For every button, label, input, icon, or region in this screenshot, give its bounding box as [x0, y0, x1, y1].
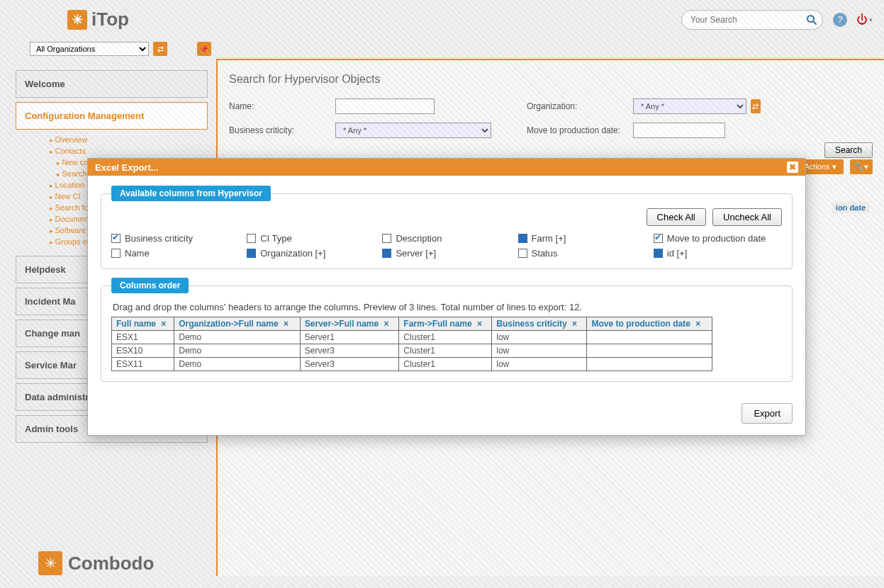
org-select[interactable]: All Organizations [30, 42, 149, 56]
column-option[interactable]: Organization [+] [247, 248, 375, 259]
column-option-label: Name [125, 248, 150, 259]
remove-column-icon[interactable]: × [384, 319, 389, 329]
top-bar: ✳ iTop ? ⏻ [0, 0, 884, 39]
name-field[interactable] [335, 98, 435, 114]
preview-table: Full name ×Organization->Full name ×Serv… [111, 317, 712, 371]
org-tree-icon[interactable]: ⇄ [153, 42, 167, 56]
prod-date-column-header: ion date [832, 202, 870, 213]
check-all-button[interactable]: Check All [647, 208, 706, 226]
footer-logo-text: Combodo [68, 553, 154, 575]
checkbox-icon[interactable] [518, 234, 527, 243]
checkbox-icon[interactable] [518, 249, 527, 258]
wrench-icon[interactable]: 🔧▾ [850, 159, 873, 174]
column-option[interactable]: Business criticity [111, 233, 240, 244]
preview-column-header[interactable]: Full name × [112, 317, 174, 331]
criticity-label: Business criticity: [229, 125, 335, 135]
preview-column-header[interactable]: Farm->Full name × [399, 317, 492, 331]
remove-column-icon[interactable]: × [477, 319, 482, 329]
table-cell: Cluster1 [399, 358, 492, 371]
table-cell: Cluster1 [399, 344, 492, 358]
logo-text: iTop [91, 9, 129, 30]
top-right: ? ⏻ [681, 10, 871, 30]
column-option[interactable]: Description [382, 233, 510, 244]
criticity-field[interactable]: * Any * [335, 123, 491, 138]
checkbox-icon[interactable] [382, 234, 391, 243]
table-cell: Server3 [300, 358, 398, 371]
footer-logo-icon: ✳ [38, 551, 62, 575]
preview-column-header[interactable]: Organization->Full name × [174, 317, 301, 331]
search-icon[interactable] [805, 13, 818, 26]
org-label: Organization: [498, 101, 633, 111]
table-cell: Server3 [300, 344, 398, 358]
logo-icon: ✳ [67, 10, 87, 30]
help-icon[interactable]: ? [833, 13, 847, 27]
prod-label: Move to production date: [498, 125, 633, 135]
column-option-label: Farm [+] [532, 233, 566, 244]
column-option[interactable]: Farm [+] [518, 233, 647, 244]
table-cell: low [492, 344, 587, 358]
sidebar-item-welcome[interactable]: Welcome [16, 70, 208, 98]
export-button[interactable]: Export [742, 403, 793, 424]
column-option[interactable]: Server [+] [382, 248, 510, 259]
table-cell [587, 331, 712, 344]
checkbox-icon[interactable] [654, 249, 663, 258]
dialog-title: Excel Export... [95, 162, 159, 173]
remove-column-icon[interactable]: × [572, 319, 577, 329]
column-option-label: Business criticity [125, 233, 193, 244]
checkbox-icon[interactable] [247, 234, 256, 243]
preview-column-header[interactable]: Server->Full name × [300, 317, 398, 331]
org-row: All Organizations ⇄ 📌 [0, 39, 884, 59]
columns-grid: Business criticityCI TypeDescriptionFarm… [111, 233, 782, 259]
uncheck-all-button[interactable]: Uncheck All [712, 208, 782, 226]
footer-logo: ✳ Combodo [38, 551, 154, 575]
preview-column-header[interactable]: Business criticity × [492, 317, 587, 331]
submenu-contacts[interactable]: Contacts [50, 145, 208, 157]
dialog-titlebar[interactable]: Excel Export... ✖ [88, 159, 805, 176]
close-icon[interactable]: ✖ [787, 162, 798, 173]
search-button[interactable]: Search [824, 142, 873, 158]
remove-column-icon[interactable]: × [161, 319, 166, 329]
column-option[interactable]: Name [111, 248, 240, 259]
checkbox-icon[interactable] [382, 249, 391, 258]
table-cell: Demo [174, 331, 301, 344]
column-option-label: Server [+] [396, 248, 436, 259]
column-option-label: Description [396, 233, 442, 244]
columns-order-group: Columns order Drag and drop the columns'… [101, 278, 793, 382]
table-row: ESX11DemoServer3Cluster1low [112, 358, 712, 371]
order-hint: Drag and drop the columns' headers to ar… [113, 302, 782, 312]
org-tree-btn-icon[interactable]: ⇄ [751, 99, 761, 113]
global-search[interactable] [681, 10, 823, 30]
org-pin-icon[interactable]: 📌 [197, 42, 211, 56]
remove-column-icon[interactable]: × [695, 319, 700, 329]
column-option-label: CI Type [260, 233, 292, 244]
checkbox-icon[interactable] [654, 234, 663, 243]
checkbox-icon[interactable] [247, 249, 256, 258]
available-columns-group: Available columns from Hypervisor Check … [101, 186, 793, 269]
column-option[interactable]: Status [518, 248, 647, 259]
columns-order-legend: Columns order [111, 278, 189, 293]
checkbox-icon[interactable] [111, 249, 121, 258]
table-cell: ESX11 [112, 358, 174, 371]
table-cell: Server1 [300, 331, 398, 344]
column-option-label: Organization [+] [260, 248, 325, 259]
remove-column-icon[interactable]: × [284, 319, 289, 329]
prod-date-field[interactable] [633, 123, 725, 138]
table-cell: Cluster1 [399, 331, 492, 344]
org-field[interactable]: * Any * [633, 98, 746, 114]
table-row: ESX1DemoServer1Cluster1low [112, 331, 712, 344]
search-input[interactable] [689, 14, 805, 26]
search-form: Name: Organization: * Any * ⇄ Business c… [229, 98, 873, 138]
column-option[interactable]: id [+] [654, 248, 782, 259]
sidebar-item-config-mgmt[interactable]: Configuration Management [16, 102, 208, 130]
table-cell: ESX10 [112, 344, 174, 358]
svg-line-1 [813, 21, 817, 25]
power-icon[interactable]: ⏻ [857, 13, 871, 27]
svg-point-0 [807, 16, 814, 22]
column-option[interactable]: Move to production date [654, 233, 782, 244]
submenu-overview[interactable]: Overview [50, 134, 208, 145]
checkbox-icon[interactable] [111, 234, 121, 243]
column-option-label: id [+] [667, 248, 688, 259]
table-cell: low [492, 331, 587, 344]
preview-column-header[interactable]: Move to production date × [587, 317, 712, 331]
column-option[interactable]: CI Type [247, 233, 375, 244]
